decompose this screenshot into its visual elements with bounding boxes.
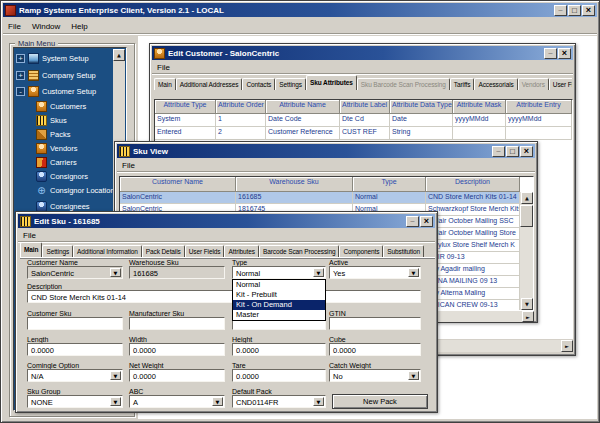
tab-accessorials[interactable]: Accessorials bbox=[474, 78, 517, 90]
scroll-down-icon[interactable] bbox=[521, 298, 533, 310]
tab-sku-attributes[interactable]: Sku Attributes bbox=[306, 75, 357, 90]
column-header[interactable]: Attribute Mask bbox=[453, 100, 506, 114]
tab-settings[interactable]: Settings bbox=[42, 245, 73, 257]
abc-select[interactable]: A bbox=[129, 395, 225, 408]
width-field[interactable]: 0.0000 bbox=[129, 343, 225, 356]
scroll-right-icon[interactable] bbox=[561, 340, 573, 352]
type-select[interactable]: Normal bbox=[232, 266, 326, 279]
minimize-icon[interactable] bbox=[554, 5, 567, 16]
maximize-icon[interactable] bbox=[506, 146, 519, 157]
customer-name-select[interactable]: SalonCentric bbox=[27, 266, 123, 279]
tree-item-customers[interactable]: Customers bbox=[36, 100, 86, 112]
menu-file[interactable]: File bbox=[8, 22, 21, 31]
tree-item-company-setup[interactable]: + Company Setup bbox=[16, 69, 96, 81]
column-header[interactable]: Attribute Entry bbox=[506, 100, 572, 114]
tree-item-skus[interactable]: Skus bbox=[36, 114, 67, 126]
menu-file[interactable]: File bbox=[23, 231, 36, 240]
tab-settings[interactable]: Settings bbox=[275, 78, 306, 90]
column-header[interactable]: Type bbox=[353, 177, 426, 192]
sku-view-titlebar[interactable]: Sku View bbox=[117, 144, 535, 158]
tree-item-carriers[interactable]: Carriers bbox=[36, 156, 77, 168]
height-field[interactable]: 0.0000 bbox=[232, 343, 326, 356]
main-titlebar[interactable]: Ramp Systems Enterprise Client, Version … bbox=[3, 3, 597, 17]
tab-substitution[interactable]: Substitution bbox=[383, 245, 424, 257]
tab-sku-barcode-scan-processing[interactable]: Sku Barcode Scan Processing bbox=[357, 78, 450, 90]
net-weight-field[interactable]: 0.0000 bbox=[129, 369, 225, 382]
expand-icon[interactable]: + bbox=[16, 54, 25, 63]
dropdown-option-normal[interactable]: Normal bbox=[233, 280, 325, 290]
edit-sku-titlebar[interactable]: Edit Sku - 161685 bbox=[18, 214, 435, 228]
table-row[interactable]: System 1 Date Code Dte Cd Date yyyyMMdd … bbox=[155, 114, 572, 127]
tab-barcode-scan-processing[interactable]: Barcode Scan Processing bbox=[259, 245, 340, 257]
active-select[interactable]: Yes bbox=[329, 266, 421, 279]
tab-tariffs[interactable]: Tariffs bbox=[450, 78, 475, 90]
tab-additional-addresses[interactable]: Additional Addresses bbox=[176, 78, 243, 90]
expand-icon[interactable]: + bbox=[16, 71, 25, 80]
chevron-down-icon[interactable] bbox=[408, 268, 419, 277]
column-header[interactable]: Description bbox=[426, 177, 520, 192]
comingle-option-select[interactable]: N/A bbox=[27, 369, 123, 382]
scroll-up-icon[interactable] bbox=[521, 192, 533, 204]
tab-attributes[interactable]: Attributes bbox=[224, 245, 258, 257]
dropdown-option-master[interactable]: Master bbox=[233, 310, 325, 320]
catch-weight-select[interactable]: No bbox=[329, 369, 421, 382]
chevron-down-icon[interactable] bbox=[110, 268, 121, 277]
tab-vendors[interactable]: Vendors bbox=[518, 78, 549, 90]
chevron-down-icon[interactable] bbox=[212, 397, 223, 406]
manufacturer-sku-field[interactable] bbox=[129, 317, 225, 330]
dropdown-option-kit-on-demand[interactable]: Kit - On Demand bbox=[233, 300, 325, 310]
chevron-down-icon[interactable] bbox=[313, 268, 324, 277]
gtin-field[interactable] bbox=[329, 317, 421, 330]
tab-main[interactable]: Main bbox=[20, 242, 42, 257]
table-row-selected[interactable]: SalonCentric 161685 Normal CND Store Mer… bbox=[120, 192, 520, 204]
chevron-down-icon[interactable] bbox=[110, 397, 121, 406]
chevron-down-icon[interactable] bbox=[313, 397, 324, 406]
tab-contacts[interactable]: Contacts bbox=[242, 78, 275, 90]
length-field[interactable]: 0.0000 bbox=[27, 343, 123, 356]
minimize-icon[interactable] bbox=[492, 146, 505, 157]
maximize-icon[interactable] bbox=[568, 5, 581, 16]
column-header[interactable]: Warehouse Sku bbox=[236, 177, 353, 192]
cube-field[interactable]: 0.0000 bbox=[329, 343, 421, 356]
edit-customer-titlebar[interactable]: Edit Customer - SalonCentric bbox=[152, 46, 573, 60]
tab-main[interactable]: Main bbox=[154, 78, 176, 90]
column-header[interactable]: Attribute Order bbox=[216, 100, 266, 114]
tree-item-vendors[interactable]: Vendors bbox=[36, 142, 78, 154]
minimize-icon[interactable] bbox=[544, 48, 557, 59]
warehouse-sku-field[interactable]: 161685 bbox=[129, 266, 225, 279]
column-header[interactable]: Attribute Name bbox=[266, 100, 340, 114]
menu-file[interactable]: File bbox=[122, 161, 135, 170]
tab-user-fields[interactable]: User Fields bbox=[549, 78, 572, 90]
tree-item-consignor-locations[interactable]: Consignor Locations bbox=[36, 184, 118, 196]
tree-item-system-setup[interactable]: + System Setup bbox=[16, 52, 89, 64]
chevron-down-icon[interactable] bbox=[110, 371, 121, 380]
collapse-icon[interactable]: - bbox=[16, 87, 25, 96]
menu-file[interactable]: File bbox=[157, 63, 170, 72]
column-header[interactable]: Attribute Type bbox=[155, 100, 216, 114]
scrollbar-thumb[interactable] bbox=[520, 205, 533, 227]
close-icon[interactable] bbox=[582, 5, 595, 16]
tab-additional-information[interactable]: Additional Information bbox=[73, 245, 142, 257]
tree-item-consignors[interactable]: Consignors bbox=[36, 170, 88, 182]
scroll-right-icon[interactable] bbox=[522, 311, 534, 322]
column-header[interactable]: Customer Name bbox=[120, 177, 236, 192]
sku-group-select[interactable]: NONE bbox=[27, 395, 123, 408]
tab-components[interactable]: Components bbox=[339, 245, 383, 257]
customer-sku-field[interactable] bbox=[27, 317, 123, 330]
tare-field[interactable]: 0.0000 bbox=[232, 369, 326, 382]
chevron-down-icon[interactable] bbox=[408, 371, 419, 380]
table-row[interactable]: Entered 2 Customer Reference CUST REF St… bbox=[155, 127, 572, 140]
close-icon[interactable] bbox=[558, 48, 571, 59]
close-icon[interactable] bbox=[520, 146, 533, 157]
scroll-up-icon[interactable] bbox=[113, 49, 125, 61]
dropdown-option-kit-prebuilt[interactable]: Kit - Prebuilt bbox=[233, 290, 325, 300]
menu-help[interactable]: Help bbox=[71, 22, 87, 31]
column-header[interactable]: Attribute Label bbox=[340, 100, 390, 114]
minimize-icon[interactable] bbox=[406, 216, 419, 227]
tree-item-packs[interactable]: Packs bbox=[36, 128, 70, 140]
column-header[interactable]: Attribute Data Type bbox=[390, 100, 453, 114]
description-field[interactable]: CND Store Merch Kits 01-14 bbox=[27, 290, 421, 303]
new-pack-button[interactable]: New Pack bbox=[332, 394, 428, 409]
tab-user-fields[interactable]: User Fields bbox=[185, 245, 225, 257]
default-pack-select[interactable]: CND0114FR bbox=[232, 395, 326, 408]
